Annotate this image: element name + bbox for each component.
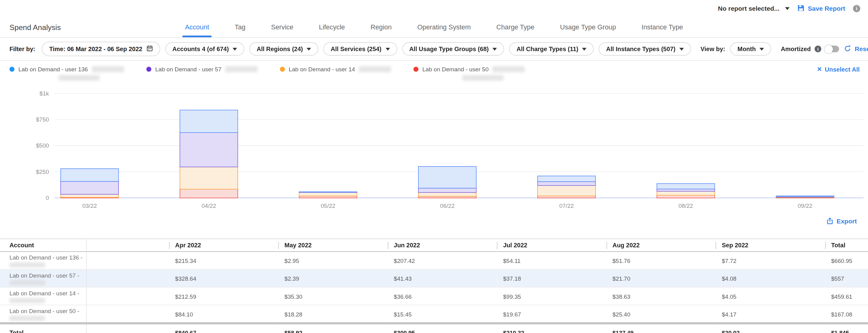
legend-item-lab-on-demand-user-14[interactable]: Lab on Demand - user 14	[280, 66, 391, 72]
save-icon	[797, 4, 805, 12]
column-header-jul-2022[interactable]: Jul 2022	[497, 239, 607, 252]
column-header-may-2022[interactable]: May 2022	[278, 239, 388, 252]
total-row-label: Total	[0, 323, 86, 333]
cell-value: $557	[825, 269, 868, 287]
unselect-all-button[interactable]: ✕ Unselect All	[817, 66, 860, 73]
total-value: $840.67	[169, 323, 278, 333]
redacted-text	[92, 66, 124, 72]
bar-segment-lab-on-demand-user-50-04-22[interactable]	[180, 189, 238, 198]
account-column-header[interactable]: Account	[0, 239, 86, 252]
x-axis-label: 08/22	[678, 203, 693, 209]
account-name: Lab on Demand - user 14 -	[9, 290, 86, 296]
cell-value: $4.05	[716, 287, 825, 305]
column-header-apr-2022[interactable]: Apr 2022	[169, 239, 278, 252]
redacted-text	[493, 66, 525, 72]
bar-segment-lab-on-demand-user-136-07-22[interactable]	[537, 176, 595, 181]
bar-segment-lab-on-demand-user-14-07-22[interactable]	[537, 186, 595, 196]
bar-segment-lab-on-demand-user-57-03-22[interactable]	[61, 181, 119, 194]
tab-instance-type[interactable]: Instance Type	[639, 23, 685, 37]
total-value: $1,845	[825, 323, 868, 333]
bar-segment-lab-on-demand-user-50-08-22[interactable]	[657, 195, 715, 198]
report-selector-dropdown[interactable]: No report selected...	[718, 5, 789, 12]
legend-item-lab-on-demand-user-50[interactable]: Lab on Demand - user 50	[413, 66, 525, 72]
cell-value: $215.34	[169, 252, 278, 269]
redacted-text	[59, 75, 99, 80]
column-header-sep-2022[interactable]: Sep 2022	[716, 239, 825, 252]
bar-segment-lab-on-demand-user-14-04-22[interactable]	[180, 167, 238, 189]
bar-segment-lab-on-demand-user-57-06-22[interactable]	[418, 188, 476, 193]
tab-account[interactable]: Account	[183, 23, 211, 37]
x-axis-label: 03/22	[83, 203, 97, 209]
table-row-lab-on-demand-user-57[interactable]: Lab on Demand - user 57 -$328.64$2.39$41…	[0, 269, 868, 287]
reset-filters-button[interactable]: Reset Filters	[844, 45, 868, 53]
filter-pill-all-usage-type-groups[interactable]: All Usage Type Groups (68)	[402, 42, 504, 56]
column-header-total[interactable]: Total	[825, 239, 868, 252]
bar-segment-lab-on-demand-user-50-07-22[interactable]	[537, 196, 595, 198]
bar-segment-lab-on-demand-user-14-05-22[interactable]	[299, 192, 357, 196]
bar-segment-lab-on-demand-user-57-08-22[interactable]	[657, 189, 715, 191]
view-by-dropdown[interactable]: Month	[730, 42, 771, 56]
caret-down-icon	[760, 47, 764, 50]
info-icon[interactable]: i	[815, 45, 822, 52]
column-header-aug-2022[interactable]: Aug 2022	[607, 239, 716, 252]
bar-segment-lab-on-demand-user-14-06-22[interactable]	[418, 193, 476, 197]
spend-chart[interactable]: $1k$750$500$250003/2204/2205/2206/2207/2…	[0, 87, 868, 212]
account-name: Lab on Demand - user 57 -	[9, 271, 86, 278]
bar-segment-lab-on-demand-user-136-09-22[interactable]	[776, 196, 834, 197]
bar-segment-lab-on-demand-user-50-05-22[interactable]	[299, 196, 357, 198]
account-cell: Lab on Demand - user 14 -	[0, 287, 86, 305]
tab-tag[interactable]: Tag	[232, 23, 248, 37]
legend: Lab on Demand - user 136Lab on Demand - …	[9, 66, 547, 72]
tab-service[interactable]: Service	[269, 23, 296, 37]
filter-pill-all-charge-types[interactable]: All Charge Types (11)	[509, 42, 594, 56]
tab-operating-system[interactable]: Operating System	[415, 23, 473, 37]
x-axis-label: 05/22	[321, 203, 335, 209]
filter-pill-all-regions[interactable]: All Regions (24)	[249, 42, 318, 56]
bar-segment-lab-on-demand-user-136-05-22[interactable]	[299, 192, 357, 192]
pill-label: All Charge Types (11)	[517, 45, 578, 52]
bar-segment-lab-on-demand-user-136-08-22[interactable]	[657, 184, 715, 189]
cell-value: $207.42	[388, 252, 497, 269]
save-report-button[interactable]: Save Report	[797, 4, 845, 12]
legend-dot	[146, 66, 151, 71]
table-row-lab-on-demand-user-136[interactable]: Lab on Demand - user 136 -$215.34$2.95$2…	[0, 252, 868, 269]
unselect-all-label: Unselect All	[825, 66, 860, 72]
column-header-jun-2022[interactable]: Jun 2022	[388, 239, 497, 252]
legend-item-lab-on-demand-user-57[interactable]: Lab on Demand - user 57	[146, 66, 257, 72]
amortized-toggle[interactable]	[825, 45, 839, 52]
cell-value: $660.95	[825, 252, 868, 269]
bar-segment-lab-on-demand-user-14-08-22[interactable]	[657, 191, 715, 195]
close-icon: ✕	[817, 66, 822, 73]
tab-usage-type-group[interactable]: Usage Type Group	[558, 23, 618, 37]
filter-pill-all-instance-types[interactable]: All Instance Types (507)	[599, 42, 691, 56]
cell-value: $459.61	[825, 287, 868, 305]
bar-segment-lab-on-demand-user-136-06-22[interactable]	[418, 166, 476, 188]
tab-region[interactable]: Region	[368, 23, 394, 37]
redacted-text	[225, 66, 257, 72]
x-axis-label: 07/22	[559, 203, 574, 209]
filter-pill-all-services[interactable]: All Services (254)	[323, 42, 397, 56]
bar-segment-lab-on-demand-user-57-04-22[interactable]	[180, 133, 238, 167]
table-row-lab-on-demand-user-14[interactable]: Lab on Demand - user 14 -$212.59$35.30$3…	[0, 287, 868, 305]
cell-value: $54.11	[497, 252, 607, 269]
bar-segment-lab-on-demand-user-14-03-22[interactable]	[61, 194, 119, 197]
tab-lifecycle[interactable]: Lifecycle	[317, 23, 347, 37]
y-axis-tick: $750	[36, 116, 49, 123]
legend-item-lab-on-demand-user-136[interactable]: Lab on Demand - user 136	[9, 66, 124, 72]
filter-pill-accounts-4[interactable]: Accounts 4 (of 674)	[165, 42, 244, 56]
tab-charge-type[interactable]: Charge Type	[494, 23, 537, 37]
cell-value: $2.95	[278, 252, 388, 269]
filter-pill-time-06-mar-2022-06-sep-2022[interactable]: Time: 06 Mar 2022 - 06 Sep 2022	[42, 42, 160, 56]
bar-segment-lab-on-demand-user-57-07-22[interactable]	[537, 181, 595, 186]
export-label: Export	[837, 218, 857, 225]
export-button[interactable]: Export	[826, 217, 857, 225]
info-icon[interactable]: i	[853, 5, 860, 12]
x-axis-label: 09/22	[798, 203, 812, 209]
table-total-row: Total $840.67$58.92$300.95$210.32$137.49…	[0, 323, 868, 333]
bar-segment-lab-on-demand-user-136-03-22[interactable]	[61, 169, 119, 181]
bar-segment-lab-on-demand-user-136-04-22[interactable]	[180, 110, 238, 133]
spend-analysis-app: No report selected... Save Report i Spen…	[0, 0, 868, 333]
x-axis-label: 04/22	[202, 203, 216, 209]
table-row-lab-on-demand-user-50[interactable]: Lab on Demand - user 50 -$84.10$18.28$15…	[0, 305, 868, 323]
title-tabs-row: Spend Analysis AccountTagServiceLifecycl…	[0, 17, 868, 38]
